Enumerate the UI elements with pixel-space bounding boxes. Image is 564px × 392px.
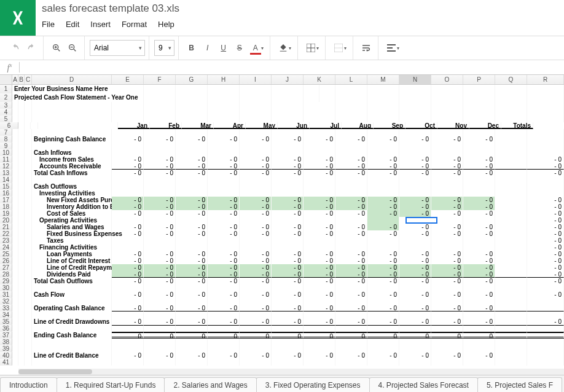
cell[interactable] [112,129,144,136]
cell-label[interactable]: Ending Cash Balance [32,332,112,339]
cell[interactable] [272,325,304,332]
cell[interactable]: - 0 [367,230,399,237]
cell[interactable] [463,116,495,122]
cell[interactable]: - 0 [272,305,304,312]
cell[interactable]: - 0 [304,156,335,163]
cell[interactable]: - 0 [463,136,495,143]
row-header[interactable]: 34 [0,312,12,318]
cell-label[interactable]: Investing Activities [32,190,112,197]
cell[interactable] [399,93,431,102]
cell[interactable] [367,116,399,122]
cell[interactable] [208,298,240,305]
cell[interactable] [431,217,463,224]
sheet-tab[interactable]: 1. Required Start-Up Funds [57,377,165,392]
cell[interactable] [304,339,335,345]
cell[interactable] [112,116,144,122]
cell[interactable]: - 0 [176,203,208,210]
row-header[interactable]: 36 [0,325,12,332]
cell[interactable]: - 0 [176,224,208,230]
cell[interactable] [495,93,527,102]
wrap-text-button[interactable] [358,40,374,56]
cell[interactable]: - 0 [399,210,431,217]
month-header[interactable]: Jun [278,122,310,129]
cell-label[interactable]: Cash Inflows [32,149,112,156]
cell[interactable] [144,312,176,318]
cell[interactable] [495,183,527,190]
cell[interactable] [240,190,272,197]
cell[interactable]: - 0 [272,291,304,298]
cell[interactable] [367,109,399,116]
month-header[interactable]: Sep [374,122,405,129]
cell[interactable]: - 0 [304,230,335,237]
cell[interactable] [208,325,240,332]
cell[interactable] [176,298,208,305]
cell-label[interactable] [38,122,118,129]
cell[interactable] [495,244,527,251]
cell[interactable]: - 0 [431,251,463,257]
cell[interactable]: - 0 [463,264,495,271]
cell[interactable] [144,109,176,116]
cell[interactable]: - 0 [527,271,564,278]
cell[interactable]: - 0 [399,271,431,278]
cell[interactable] [304,325,335,332]
cell[interactable] [495,210,527,217]
cell[interactable]: - 0 [399,251,431,257]
cell[interactable]: - 0 [144,332,176,339]
cell[interactable] [335,345,367,352]
cell[interactable] [335,312,367,318]
cell-label[interactable]: Operating Cash Balance [32,305,112,312]
redo-button[interactable] [23,40,39,56]
row-header[interactable]: 12 [0,163,12,170]
cell-label[interactable]: Income from Sales [32,156,112,163]
cell[interactable] [495,190,527,197]
cell[interactable] [335,183,367,190]
menu-help[interactable]: Help [158,20,174,29]
cell[interactable] [240,183,272,190]
font-color-button[interactable]: A [248,40,264,56]
menu-edit[interactable]: Edit [66,20,79,29]
cell[interactable] [399,176,431,183]
column-header-I[interactable]: I [240,75,272,84]
cell[interactable] [176,237,208,244]
cell[interactable] [272,116,304,122]
cell[interactable]: - 0 [463,257,495,264]
cell[interactable]: - 0 [144,210,176,217]
cell[interactable] [112,325,144,332]
cell[interactable] [495,217,527,224]
cell[interactable] [176,149,208,156]
cell[interactable] [144,237,176,244]
cell[interactable] [208,183,240,190]
cell[interactable] [272,190,304,197]
cell[interactable]: - 0 [463,318,495,325]
cell[interactable]: - 0 [304,271,335,278]
row-header[interactable]: 7 [0,129,12,136]
cell[interactable] [367,217,399,224]
cell-label[interactable] [32,176,112,183]
cell[interactable] [112,190,144,197]
cell-label[interactable]: Loan Payments [32,251,112,257]
cell[interactable]: - 0 [527,170,564,176]
cell[interactable] [272,284,304,291]
row-header[interactable]: 29 [0,278,12,284]
cell[interactable] [399,345,431,352]
column-header-D[interactable]: D [32,75,112,84]
cell[interactable]: - 0 [367,257,399,264]
cell[interactable] [463,237,495,244]
cell[interactable]: - 0 [144,163,176,170]
cell[interactable] [495,278,527,284]
cell[interactable]: - 0 [144,278,176,284]
cell[interactable]: - 0 [240,224,272,230]
cell[interactable] [176,345,208,352]
cell[interactable] [495,163,527,170]
row-header[interactable]: 37 [0,332,12,339]
cell[interactable]: - 0 [527,210,564,217]
cell[interactable] [367,93,399,102]
cell[interactable]: - 0 [367,291,399,298]
cell[interactable] [399,129,431,136]
cell[interactable]: - 0 [399,230,431,237]
cell[interactable] [240,102,272,109]
cell[interactable] [367,190,399,197]
row-header[interactable]: 28 [0,271,12,278]
cell[interactable]: - 0 [431,203,463,210]
cell[interactable] [112,237,144,244]
